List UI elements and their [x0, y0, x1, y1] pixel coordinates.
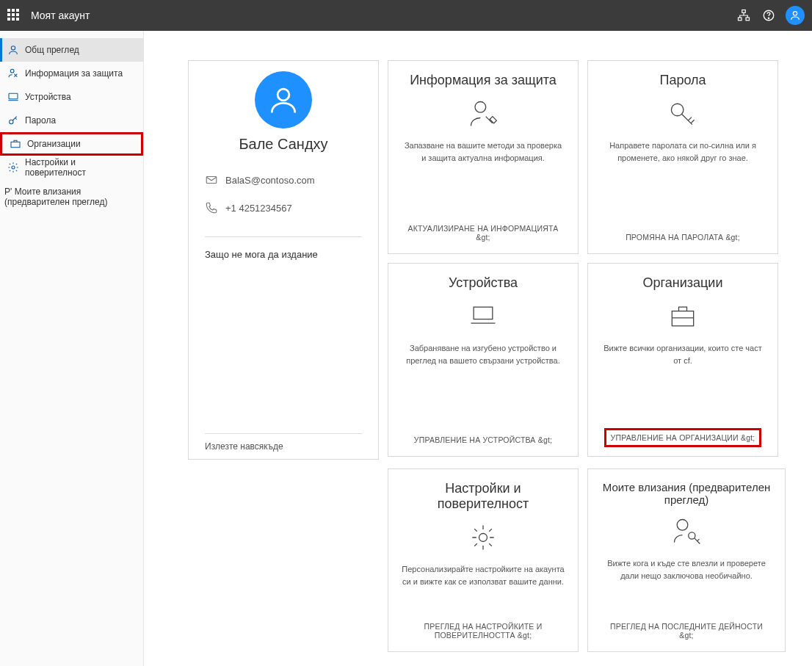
card-desc: Направете паролата си по-силна или я про… [598, 140, 767, 164]
manage-devices-link[interactable]: УПРАВЛЕНИЕ НА УСТРОЙСТВА &gt; [410, 432, 557, 447]
profile-last-name: Сандху [278, 136, 328, 152]
security-icon [7, 68, 19, 79]
profile-card: Бале Сандху BalaS@contoso.com +1 4251234… [188, 60, 379, 460]
sidebar: Общ преглед Информация за защита Устройс… [0, 31, 144, 666]
nav-label: Настройки и поверителност [25, 157, 136, 178]
signins-card: Моите влизания (предварителен преглед) В… [587, 468, 786, 652]
person-key-icon [670, 513, 703, 550]
svg-rect-10 [11, 142, 20, 147]
help-icon[interactable] [756, 3, 781, 28]
briefcase-large-icon [667, 298, 699, 335]
topbar: Моят акаунт [0, 0, 812, 31]
svg-point-14 [475, 102, 486, 113]
card-title: Настройки и поверителност [399, 481, 568, 512]
card-title: Моите влизания (предварителен преглед) [598, 481, 775, 506]
devices-icon [7, 91, 19, 103]
card-title: Устройства [449, 275, 518, 291]
nav-label: Информация за защита [25, 68, 123, 79]
svg-rect-13 [206, 177, 217, 184]
update-info-link[interactable]: АКТУАЛИЗИРАНЕ НА ИНФОРМАЦИЯТА &gt; [399, 221, 568, 245]
mail-icon [205, 173, 218, 187]
svg-point-12 [278, 89, 289, 101]
nav-overview[interactable]: Общ преглед [0, 38, 143, 62]
review-activity-link[interactable]: ПРЕГЛЕД НА ПОСЛЕДНИТЕ ДЕЙНОСТИ &gt; [598, 619, 775, 643]
security-info-card: Информация за защита Запазване на вашите… [388, 60, 579, 254]
profile-phone-row: +1 4251234567 [205, 201, 362, 214]
svg-rect-17 [672, 311, 693, 326]
org-chart-icon[interactable] [731, 3, 756, 28]
card-title: Парола [659, 73, 706, 88]
svg-point-4 [768, 18, 769, 18]
svg-rect-15 [474, 307, 493, 319]
nav-label: Общ преглед [25, 45, 79, 55]
card-desc: Забраняване на изгубено устройство и пре… [399, 342, 568, 366]
svg-point-9 [10, 120, 13, 123]
key-icon [7, 115, 19, 126]
nav-settings-privacy[interactable]: Настройки и поверителност [0, 156, 143, 179]
organizations-card: Организации Вижте всички организации, ко… [587, 263, 778, 457]
svg-rect-2 [746, 18, 750, 21]
profile-email: BalaS@contoso.com [225, 175, 315, 186]
nav-label: Парола [25, 115, 56, 126]
svg-point-20 [689, 532, 695, 539]
card-title: Информация за защита [410, 73, 557, 88]
app-title: Моят акаунт [31, 10, 90, 21]
signout-everywhere-link[interactable]: Излезте навсякъде [205, 433, 362, 452]
nav-devices[interactable]: Устройства [0, 85, 143, 109]
profile-phone: +1 4251234567 [225, 203, 292, 214]
settings-privacy-card: Настройки и поверителност Персонализирай… [388, 468, 579, 652]
card-desc: Персонализирайте настройките на акаунта … [399, 563, 568, 587]
nav-label: Организации [27, 139, 81, 149]
change-password-link[interactable]: ПРОМЯНА НА ПАРОЛАТА &gt; [621, 230, 744, 245]
svg-point-5 [793, 12, 797, 15]
briefcase-icon [10, 138, 21, 150]
profile-first-name: Бале [239, 136, 273, 152]
svg-point-11 [12, 166, 15, 169]
divider [205, 236, 362, 237]
nav-label: Устройства [25, 92, 71, 102]
profile-name: Бале Сандху [205, 136, 362, 153]
user-avatar[interactable] [786, 6, 805, 25]
key-large-icon [667, 95, 699, 132]
review-settings-link[interactable]: ПРЕГЛЕД НА НАСТРОЙКИТЕ И ПОВЕРИТЕЛНОСТТА… [399, 619, 568, 643]
svg-rect-0 [742, 10, 746, 13]
profile-email-row: BalaS@contoso.com [205, 173, 362, 187]
card-desc: Вижте кога и къде сте влезли и проверете… [598, 557, 775, 582]
gear-large-icon [467, 519, 499, 556]
nav-organizations[interactable]: Организации [0, 132, 143, 156]
svg-point-19 [677, 520, 688, 531]
phone-icon [205, 201, 218, 214]
svg-point-6 [11, 46, 15, 50]
password-card: Парола Направете паролата си по-силна ил… [587, 60, 778, 254]
security-person-edit-icon [467, 95, 499, 132]
main-content: Бале Сандху BalaS@contoso.com +1 4251234… [144, 31, 812, 666]
card-title: Организации [643, 275, 723, 291]
app-launcher-icon[interactable] [7, 9, 21, 22]
svg-rect-1 [739, 18, 742, 21]
nav-signins-preview[interactable]: Р' Моите влизания (предварителен преглед… [0, 179, 143, 214]
nav-password[interactable]: Парола [0, 109, 143, 132]
svg-point-18 [479, 534, 487, 542]
svg-point-7 [10, 69, 14, 73]
devices-card: Устройства Забраняване на изгубено устро… [388, 263, 579, 457]
person-icon [7, 44, 19, 56]
laptop-icon [467, 298, 499, 335]
card-desc: Вижте всички организации, които сте част… [598, 342, 767, 366]
card-desc: Запазване на вашите методи за проверка и… [399, 140, 568, 164]
manage-orgs-link[interactable]: УПРАВЛЕНИЕ НА ОРГАНИЗАЦИИ &gt; [604, 428, 762, 447]
profile-why-link[interactable]: Защо не мога да издание [205, 249, 362, 260]
svg-rect-8 [9, 93, 18, 98]
nav-security-info[interactable]: Информация за защита [0, 62, 143, 85]
profile-avatar-icon [255, 71, 312, 129]
gear-icon [7, 162, 19, 173]
